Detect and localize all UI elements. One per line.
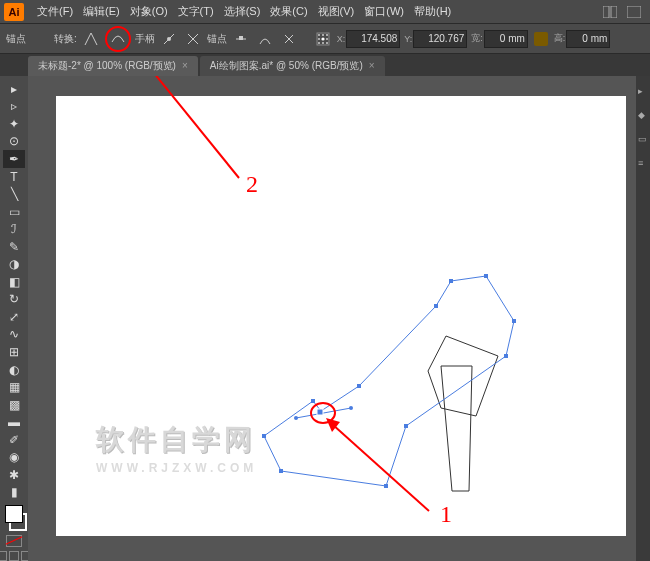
annotation-arrow-1 xyxy=(324,416,444,526)
link-wh-icon[interactable] xyxy=(534,32,548,46)
arrange-docs-icon[interactable] xyxy=(601,4,619,20)
scale-tool[interactable]: ⤢ xyxy=(3,308,25,326)
draw-behind-icon[interactable] xyxy=(9,551,19,561)
svg-point-13 xyxy=(321,37,324,40)
lasso-tool[interactable]: ⊙ xyxy=(3,133,25,151)
panel-icon[interactable]: ◆ xyxy=(638,110,648,120)
svg-rect-2 xyxy=(627,6,641,18)
svg-rect-18 xyxy=(279,469,283,473)
menu-type[interactable]: 文字(T) xyxy=(173,4,219,19)
direct-selection-tool[interactable]: ▹ xyxy=(3,98,25,116)
menu-edit[interactable]: 编辑(E) xyxy=(78,4,125,19)
anchor-point-label: 锚点 xyxy=(6,32,26,46)
svg-rect-22 xyxy=(357,384,361,388)
svg-point-17 xyxy=(326,42,328,44)
menu-window[interactable]: 窗口(W) xyxy=(359,4,409,19)
rectangle-tool[interactable]: ▭ xyxy=(3,203,25,221)
svg-point-10 xyxy=(322,34,324,36)
column-graph-tool[interactable]: ▮ xyxy=(3,484,25,502)
y-input[interactable] xyxy=(413,30,467,48)
svg-point-33 xyxy=(349,406,353,410)
w-input[interactable] xyxy=(484,30,528,48)
convert-corner-icon[interactable] xyxy=(81,29,101,49)
control-bar: 锚点 转换: 手柄 锚点 X: Y: 宽: 高: xyxy=(0,24,650,54)
svg-rect-31 xyxy=(317,409,323,415)
svg-point-32 xyxy=(294,416,298,420)
canvas-area[interactable]: 软件自学网 WWW.RJZXW.COM xyxy=(28,76,636,561)
rotate-tool[interactable]: ↻ xyxy=(3,291,25,309)
svg-point-14 xyxy=(326,38,328,40)
symbol-sprayer-tool[interactable]: ✱ xyxy=(3,466,25,484)
free-transform-tool[interactable]: ⊞ xyxy=(3,343,25,361)
draw-normal-icon[interactable] xyxy=(0,551,7,561)
magic-wand-tool[interactable]: ✦ xyxy=(3,115,25,133)
svg-rect-23 xyxy=(434,304,438,308)
perspective-tool[interactable]: ▦ xyxy=(3,378,25,396)
panel-icon[interactable]: ▸ xyxy=(638,86,648,96)
tab-label: Ai绘制图案.ai* @ 50% (RGB/预览) xyxy=(210,60,363,71)
convert-label: 转换: xyxy=(54,32,77,46)
tab-label: 未标题-2* @ 100% (RGB/预览) xyxy=(38,60,176,71)
h-input[interactable] xyxy=(566,30,610,48)
menu-select[interactable]: 选择(S) xyxy=(219,4,266,19)
convert-smooth-icon[interactable] xyxy=(105,26,131,52)
panel-icon[interactable]: ≡ xyxy=(638,158,648,168)
selection-tool[interactable]: ▸ xyxy=(3,80,25,98)
line-tool[interactable]: ╲ xyxy=(3,185,25,203)
width-tool[interactable]: ∿ xyxy=(3,326,25,344)
paintbrush-tool[interactable]: ℐ xyxy=(3,220,25,238)
menu-effect[interactable]: 效果(C) xyxy=(265,4,312,19)
shape-builder-tool[interactable]: ◐ xyxy=(3,361,25,379)
close-icon[interactable]: × xyxy=(369,60,375,71)
connect-anchor-icon[interactable] xyxy=(255,29,275,49)
fill-swatch[interactable] xyxy=(5,505,23,523)
reference-point-icon[interactable] xyxy=(313,29,333,49)
pen-tool[interactable]: ✒ xyxy=(3,150,25,168)
pencil-tool[interactable]: ✎ xyxy=(3,238,25,256)
svg-rect-19 xyxy=(262,434,266,438)
svg-rect-7 xyxy=(239,36,243,40)
svg-point-12 xyxy=(318,38,320,40)
remove-anchor-icon[interactable] xyxy=(231,29,251,49)
tab-doc-1[interactable]: 未标题-2* @ 100% (RGB/预览)× xyxy=(28,56,198,76)
annotation-arrow-2 xyxy=(114,76,264,198)
y-label: Y: xyxy=(404,34,412,44)
tab-doc-2[interactable]: Ai绘制图案.ai* @ 50% (RGB/预览)× xyxy=(200,56,385,76)
type-tool[interactable]: T xyxy=(3,168,25,186)
none-swatch[interactable] xyxy=(6,535,22,547)
gradient-tool[interactable]: ▬ xyxy=(3,413,25,431)
svg-point-4 xyxy=(167,37,171,41)
menu-help[interactable]: 帮助(H) xyxy=(409,4,456,19)
menu-view[interactable]: 视图(V) xyxy=(313,4,360,19)
h-label: 高: xyxy=(554,32,566,45)
close-icon[interactable]: × xyxy=(182,60,188,71)
eyedropper-tool[interactable]: ✐ xyxy=(3,431,25,449)
blend-tool[interactable]: ◉ xyxy=(3,448,25,466)
workspace-icon[interactable] xyxy=(625,4,643,20)
annotation-label-1: 1 xyxy=(440,501,452,528)
document-tab-bar: 未标题-2* @ 100% (RGB/预览)× Ai绘制图案.ai* @ 50%… xyxy=(0,54,650,76)
x-input[interactable] xyxy=(346,30,400,48)
blob-brush-tool[interactable]: ◑ xyxy=(3,255,25,273)
svg-point-9 xyxy=(318,34,320,36)
panel-dock: ▸ ◆ ▭ ≡ xyxy=(636,76,650,561)
menu-file[interactable]: 文件(F) xyxy=(32,4,78,19)
svg-rect-1 xyxy=(611,6,617,18)
svg-point-16 xyxy=(322,42,324,44)
menu-bar: Ai 文件(F) 编辑(E) 对象(O) 文字(T) 选择(S) 效果(C) 视… xyxy=(0,0,650,24)
svg-rect-26 xyxy=(512,319,516,323)
anchors-label: 锚点 xyxy=(207,32,227,46)
svg-point-15 xyxy=(318,42,320,44)
svg-rect-0 xyxy=(603,6,609,18)
cut-path-icon[interactable] xyxy=(279,29,299,49)
mesh-tool[interactable]: ▩ xyxy=(3,396,25,414)
eraser-tool[interactable]: ◧ xyxy=(3,273,25,291)
panel-icon[interactable]: ▭ xyxy=(638,134,648,144)
svg-point-11 xyxy=(326,34,328,36)
handle-show-icon[interactable] xyxy=(159,29,179,49)
handle-label: 手柄 xyxy=(135,32,155,46)
menu-object[interactable]: 对象(O) xyxy=(125,4,173,19)
x-label: X: xyxy=(337,34,346,44)
w-label: 宽: xyxy=(471,32,483,45)
handle-hide-icon[interactable] xyxy=(183,29,203,49)
